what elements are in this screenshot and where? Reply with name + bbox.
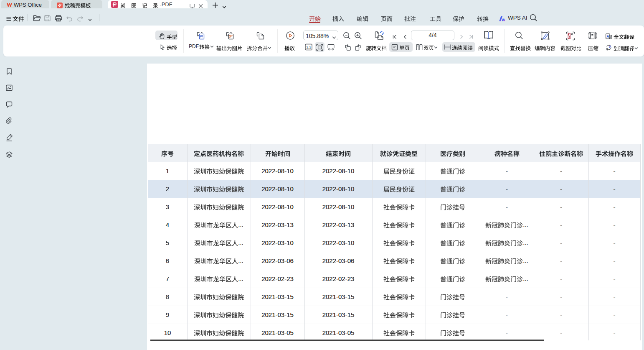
- svg-text:A: A: [606, 34, 609, 38]
- svg-text:A: A: [609, 45, 611, 49]
- svg-text:1:1: 1:1: [306, 46, 311, 49]
